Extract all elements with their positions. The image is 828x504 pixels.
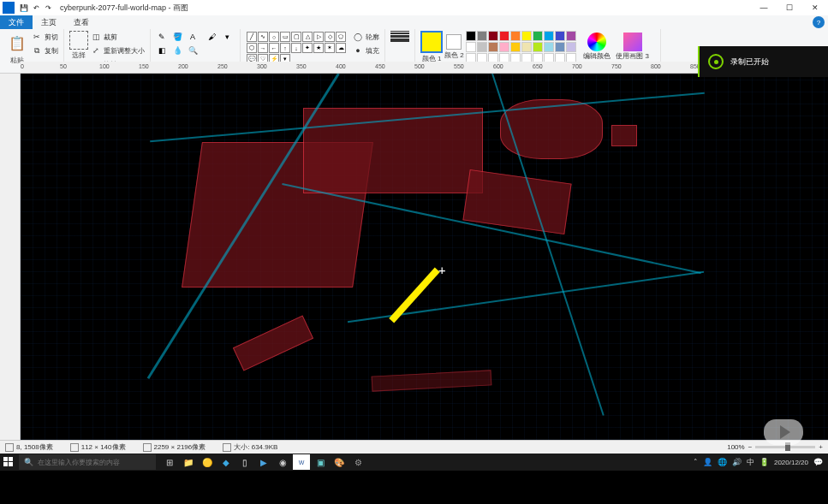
tray-network-icon[interactable]: 🌐 xyxy=(718,458,727,466)
shape-callout[interactable]: ☁ xyxy=(336,43,346,53)
tray-notifications-icon[interactable]: 💬 xyxy=(813,458,823,466)
color-swatch[interactable] xyxy=(555,42,565,52)
chrome-button[interactable]: 🟡 xyxy=(199,454,216,470)
fill-tool[interactable]: 🪣 xyxy=(171,31,183,43)
windows-icon xyxy=(3,457,14,467)
tray-volume-icon[interactable]: 🔊 xyxy=(732,458,742,466)
tab-home[interactable]: 主页 xyxy=(33,16,65,29)
minimize-button[interactable]: — xyxy=(751,0,777,15)
pencil-tool[interactable]: ✎ xyxy=(156,31,168,43)
color1-button[interactable]: 颜色 1 xyxy=(420,31,443,63)
text-tool[interactable]: A xyxy=(187,31,199,43)
color-swatch[interactable] xyxy=(510,31,521,41)
shape-star4[interactable]: ✦ xyxy=(302,43,313,53)
shapes-gallery[interactable]: ╱∿○▭▢△▷◇⬠ ⬡→←↑↓✦★✶☁ 💬♡⚡▾ xyxy=(246,31,347,65)
steam-button[interactable]: ◉ xyxy=(274,454,291,470)
shape-fill-button[interactable]: ●填充 xyxy=(352,44,379,56)
color-swatch[interactable] xyxy=(544,31,554,41)
shape-arrow-r[interactable]: → xyxy=(258,43,268,53)
color-swatch[interactable] xyxy=(521,42,532,52)
shape-pent[interactable]: ⬠ xyxy=(336,32,346,42)
shape-arrow-l[interactable]: ← xyxy=(269,43,279,53)
explorer-button[interactable]: 📁 xyxy=(180,454,197,470)
app-button-1[interactable]: ◆ xyxy=(217,454,235,470)
tray-datetime[interactable]: 2020/12/20 xyxy=(774,459,808,466)
color2-button[interactable]: 颜色 2 xyxy=(444,31,464,60)
tray-up-icon[interactable]: ˄ xyxy=(694,458,698,466)
tray-people-icon[interactable]: 👤 xyxy=(703,458,712,466)
copy-button[interactable]: ⧉复制 xyxy=(31,44,58,56)
start-button[interactable] xyxy=(0,454,17,471)
picker-tool[interactable]: 💧 xyxy=(171,44,183,56)
maximize-button[interactable]: ☐ xyxy=(777,0,802,15)
shape-poly[interactable]: △ xyxy=(302,32,313,42)
zoom-in-button[interactable]: + xyxy=(819,443,823,451)
color-swatch[interactable] xyxy=(566,42,576,52)
paint-button[interactable]: 🎨 xyxy=(331,454,348,470)
eraser-tool[interactable]: ◧ xyxy=(156,44,168,56)
app-button-2[interactable]: ▯ xyxy=(236,454,253,470)
word-button[interactable]: W xyxy=(293,454,310,470)
redo-button[interactable]: ↷ xyxy=(43,3,53,13)
shape-rect[interactable]: ▭ xyxy=(280,32,290,42)
color-swatch[interactable] xyxy=(555,31,565,41)
recording-notification[interactable]: 录制已开始 xyxy=(698,46,828,77)
edit-colors-button[interactable]: 编辑颜色 xyxy=(583,33,611,61)
zoom-out-button[interactable]: − xyxy=(748,443,753,451)
taskbar-search[interactable]: 🔍 xyxy=(19,454,156,470)
paste-icon[interactable]: 📋 xyxy=(5,31,29,55)
color-palette[interactable] xyxy=(466,31,576,63)
help-icon[interactable]: ? xyxy=(813,16,825,28)
color-swatch[interactable] xyxy=(477,42,487,52)
color-swatch[interactable] xyxy=(566,31,576,41)
app-button-5[interactable]: ⚙ xyxy=(349,454,366,470)
color-swatch[interactable] xyxy=(477,31,487,41)
shape-hex[interactable]: ⬡ xyxy=(247,43,257,53)
cut-button[interactable]: ✂剪切 xyxy=(31,31,58,43)
color-swatch[interactable] xyxy=(544,42,554,52)
canvas[interactable]: + xyxy=(21,74,828,440)
shape-roundrect[interactable]: ▢ xyxy=(291,32,301,42)
shape-curve[interactable]: ∿ xyxy=(258,32,268,42)
brush-dropdown[interactable]: ▾ xyxy=(221,31,233,43)
video-play-overlay[interactable] xyxy=(758,419,809,454)
resize-button[interactable]: ⤢重新调整大小 xyxy=(90,44,145,56)
tray-ime-icon[interactable]: 中 xyxy=(747,457,754,468)
save-button[interactable]: 💾 xyxy=(19,3,29,13)
app-button-4[interactable]: ▣ xyxy=(312,454,329,470)
shape-oval[interactable]: ○ xyxy=(269,32,279,42)
search-input[interactable] xyxy=(38,459,151,466)
status-selection-size: 112 × 140像素 xyxy=(70,442,126,452)
color-swatch[interactable] xyxy=(521,31,532,41)
color-swatch[interactable] xyxy=(533,42,543,52)
tab-view[interactable]: 查看 xyxy=(65,16,98,29)
shape-diamond[interactable]: ◇ xyxy=(325,32,335,42)
undo-button[interactable]: ↶ xyxy=(31,3,41,13)
color-swatch[interactable] xyxy=(499,42,509,52)
color-swatch[interactable] xyxy=(466,42,476,52)
zoom-tool[interactable]: 🔍 xyxy=(187,44,199,56)
task-view-button[interactable]: ⊞ xyxy=(161,454,178,470)
color-swatch[interactable] xyxy=(533,31,543,41)
color-swatch[interactable] xyxy=(510,42,521,52)
close-button[interactable]: ✕ xyxy=(802,0,828,15)
crop-button[interactable]: ◫裁剪 xyxy=(90,31,145,43)
shape-outline-button[interactable]: ◯轮廓 xyxy=(352,31,379,43)
shape-line[interactable]: ╱ xyxy=(247,32,257,42)
shape-star6[interactable]: ✶ xyxy=(325,43,335,53)
shape-tri[interactable]: ▷ xyxy=(313,32,324,42)
color-swatch[interactable] xyxy=(466,31,476,41)
tab-file[interactable]: 文件 xyxy=(0,15,33,29)
brush-tool[interactable]: 🖌 xyxy=(206,31,217,43)
shape-arrow-d[interactable]: ↓ xyxy=(291,43,301,53)
color-swatch[interactable] xyxy=(499,31,509,41)
color-swatch[interactable] xyxy=(488,31,498,41)
shape-arrow-u[interactable]: ↑ xyxy=(280,43,290,53)
ruler-tick: 600 xyxy=(493,63,503,69)
shape-star5[interactable]: ★ xyxy=(313,43,324,53)
select-icon[interactable] xyxy=(69,31,88,50)
size-button[interactable] xyxy=(390,31,409,42)
color-swatch[interactable] xyxy=(488,42,498,52)
app-button-3[interactable]: ▶ xyxy=(255,454,272,470)
tray-battery-icon[interactable]: 🔋 xyxy=(759,458,769,466)
